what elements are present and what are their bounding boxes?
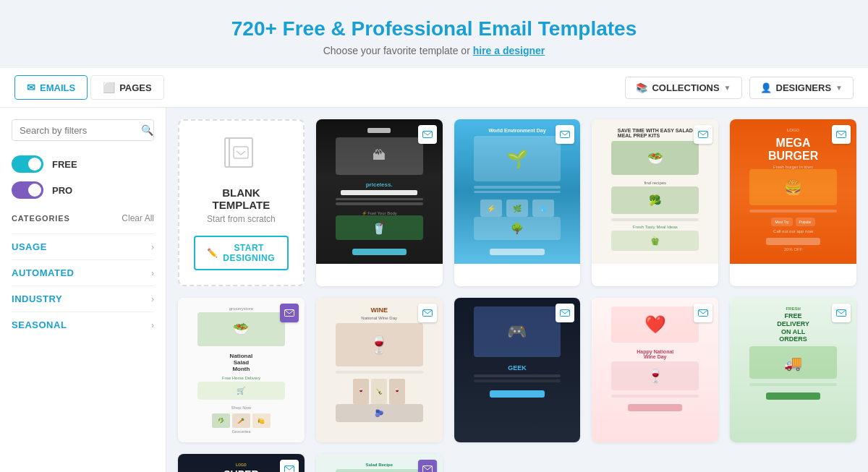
collections-dropdown[interactable]: 📚 COLLECTIONS ▼ [625, 77, 741, 99]
sidebar: 🔍 FREE PRO CATEGORIES Clear All USAGE › … [0, 108, 166, 472]
template-card-9[interactable]: FRESH FREEDELIVERYON ALLORDERS 🚚 [730, 298, 856, 442]
hire-designer-link[interactable]: hire a designer [473, 45, 545, 56]
category-seasonal-label: SEASONAL [12, 319, 67, 330]
pages-tab-icon: ⬜ [103, 82, 115, 93]
template-card-2[interactable]: World Environment Day 🌱 ⚡ 🌿 💧 🌳 [454, 119, 581, 286]
email-badge-8 [694, 304, 712, 322]
chevron-down-icon: ▼ [724, 84, 731, 92]
free-toggle-row: FREE [12, 155, 154, 173]
template-card-3[interactable]: SAVE TIME WITH EASY SALADMEAL PREP KITS … [592, 119, 718, 286]
pro-label: PRO [52, 185, 72, 196]
pencil-icon: ✏️ [207, 248, 218, 258]
toggle-section: FREE PRO [12, 155, 154, 199]
categories-title: CATEGORIES [12, 214, 70, 223]
email-badge-3 [694, 125, 712, 144]
blank-template-title: BLANK TEMPLATE [194, 186, 289, 211]
page-title: 720+ Free & Professional Email Templates [14, 17, 854, 40]
toolbar: ✉ EMAILS ⬜ PAGES 📚 COLLECTIONS ▼ 👤 DESIG… [0, 68, 868, 108]
email-badge-6 [418, 304, 437, 322]
designers-icon: 👤 [760, 82, 772, 93]
category-usage-label: USAGE [12, 241, 47, 252]
category-industry[interactable]: INDUSTRY › [12, 286, 154, 312]
pro-toggle-row: PRO [12, 181, 154, 199]
pro-toggle[interactable] [12, 181, 43, 199]
email-badge-5 [280, 304, 299, 322]
template-card-7[interactable]: 🎮 GEEK [454, 298, 581, 442]
pages-tab-label: PAGES [119, 82, 152, 93]
search-box[interactable]: 🔍 [12, 119, 154, 141]
template-card-1[interactable]: 🏔 priceless. ⚡ Fuel Your Body 🥤 [316, 119, 443, 286]
designers-dropdown[interactable]: 👤 DESIGNERS ▼ [749, 77, 854, 99]
header-section: 720+ Free & Professional Email Templates… [0, 0, 868, 68]
template-card-6[interactable]: WINE National Wine Day 🍷 🍷 🍾 🍷 🫐 [316, 298, 443, 442]
email-tab-label: EMAILS [40, 82, 75, 93]
email-badge-4 [832, 125, 851, 144]
category-seasonal[interactable]: SEASONAL › [12, 312, 154, 338]
categories-header: CATEGORIES Clear All [12, 213, 154, 223]
main-layout: 🔍 FREE PRO CATEGORIES Clear All USAGE › … [0, 108, 868, 472]
tab-emails[interactable]: ✉ EMAILS [14, 75, 88, 100]
chevron-down-icon-2: ▼ [835, 84, 843, 92]
blank-icon [219, 135, 263, 178]
free-toggle[interactable] [12, 155, 43, 173]
category-usage[interactable]: USAGE › [12, 233, 154, 259]
blank-template-subtitle: Start from scratch [207, 214, 276, 224]
chevron-seasonal-icon: › [151, 320, 154, 330]
toolbar-right: 📚 COLLECTIONS ▼ 👤 DESIGNERS ▼ [625, 77, 854, 99]
template-card-8[interactable]: ❤️ Happy NationalWine Day 🍷 [592, 298, 718, 442]
category-automated-label: AUTOMATED [12, 267, 75, 278]
template-card-11[interactable]: Salad Recipe 🥗 Dressing 🫒 🧄 FREE DELIVER… [316, 454, 443, 472]
categories-list: USAGE › AUTOMATED › INDUSTRY › SEASONAL … [12, 233, 154, 338]
email-tab-icon: ✉ [27, 82, 35, 93]
svg-rect-1 [229, 138, 252, 167]
tab-pages[interactable]: ⬜ PAGES [90, 75, 164, 100]
email-badge-1 [418, 125, 437, 144]
template-card-5[interactable]: grocerystore 🥗 NationalSaladMonth Free H… [178, 298, 305, 442]
email-badge-2 [556, 125, 574, 144]
email-badge-10 [280, 460, 299, 472]
free-label: FREE [52, 159, 77, 170]
search-icon: 🔍 [141, 124, 153, 136]
chevron-usage-icon: › [151, 242, 154, 252]
email-badge-9 [832, 304, 851, 322]
category-automated[interactable]: AUTOMATED › [12, 259, 154, 286]
chevron-industry-icon: › [151, 294, 154, 304]
template-card-10[interactable]: LOGO SUPERBURGER 🍔 Celebrate Burger Mont… [178, 454, 305, 472]
header-subtitle: Choose your favorite template or hire a … [14, 45, 854, 56]
start-designing-button[interactable]: ✏️ START DESIGNING [194, 236, 289, 270]
chevron-automated-icon: › [151, 268, 154, 278]
template-card-4[interactable]: LOGO MEGABURGER Fresh burger in town 🍔 M… [730, 119, 856, 286]
clear-all-button[interactable]: Clear All [122, 213, 154, 223]
templates-grid: BLANK TEMPLATE Start from scratch ✏️ STA… [178, 119, 856, 472]
tab-group: ✉ EMAILS ⬜ PAGES [14, 75, 164, 100]
search-input[interactable] [20, 125, 141, 136]
collections-icon: 📚 [636, 82, 647, 93]
email-badge-11 [418, 460, 437, 472]
category-industry-label: INDUSTRY [12, 293, 62, 304]
email-badge-7 [556, 304, 574, 322]
content-area: BLANK TEMPLATE Start from scratch ✏️ STA… [166, 108, 868, 472]
blank-template-card[interactable]: BLANK TEMPLATE Start from scratch ✏️ STA… [178, 119, 305, 286]
